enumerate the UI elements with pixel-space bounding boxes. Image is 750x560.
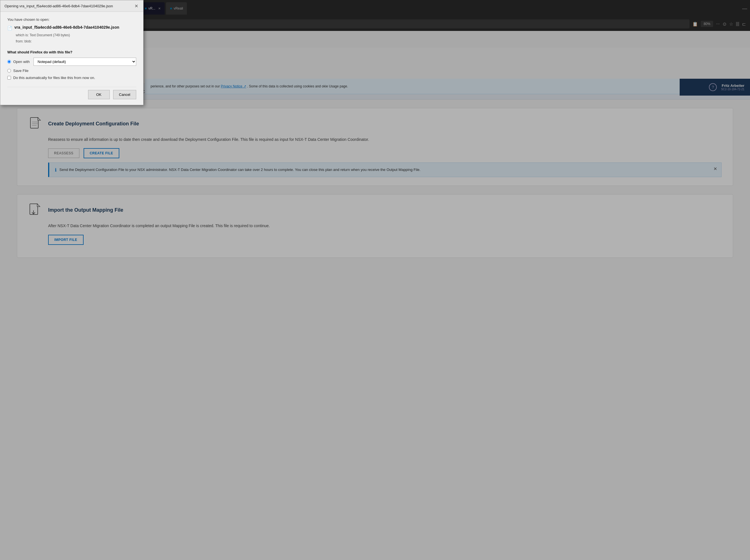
dialog-from: from: blob: (16, 39, 136, 45)
dialog-body: You have chosen to open: 📄 vra_input_f5a… (0, 12, 143, 105)
save-file-radio[interactable] (7, 69, 11, 72)
dialog-option-save: Save File (7, 68, 136, 73)
dialog-buttons: OK Cancel (7, 87, 136, 99)
dialog-question: What should Firefox do with this file? (7, 50, 136, 54)
dialog-auto-checkbox-row: Do this automatically for files like thi… (7, 76, 136, 80)
dialog-which-is: which is: Text Document (749 bytes) (16, 32, 136, 39)
cancel-button[interactable]: Cancel (113, 90, 136, 99)
app-select[interactable]: Notepad (default) (34, 58, 136, 66)
dialog-filename: vra_input_f5a4ecdd-ad86-46e6-8db4-7dae41… (14, 25, 119, 29)
ok-button[interactable]: OK (88, 90, 110, 99)
open-with-radio[interactable] (7, 60, 11, 64)
open-with-label: Open with (13, 60, 30, 64)
file-open-dialog: Opening vra_input_f5a4ecdd-ad86-46e6-8db… (0, 0, 143, 105)
dialog-meta: which is: Text Document (749 bytes) from… (16, 32, 136, 44)
auto-checkbox-label: Do this automatically for files like thi… (13, 76, 95, 80)
dialog-title: Opening vra_input_f5a4ecdd-ad86-46e6-8db… (4, 4, 113, 8)
dialog-option-open: Open with Notepad (default) (7, 58, 136, 66)
dialog-close-button[interactable]: ✕ (133, 3, 139, 9)
auto-checkbox[interactable] (7, 76, 11, 80)
file-icon: 📄 (7, 26, 12, 30)
dialog-intro-text: You have chosen to open: (7, 17, 136, 22)
save-file-label: Save File (13, 68, 28, 73)
dialog-titlebar: Opening vra_input_f5a4ecdd-ad86-46e6-8db… (0, 0, 143, 12)
